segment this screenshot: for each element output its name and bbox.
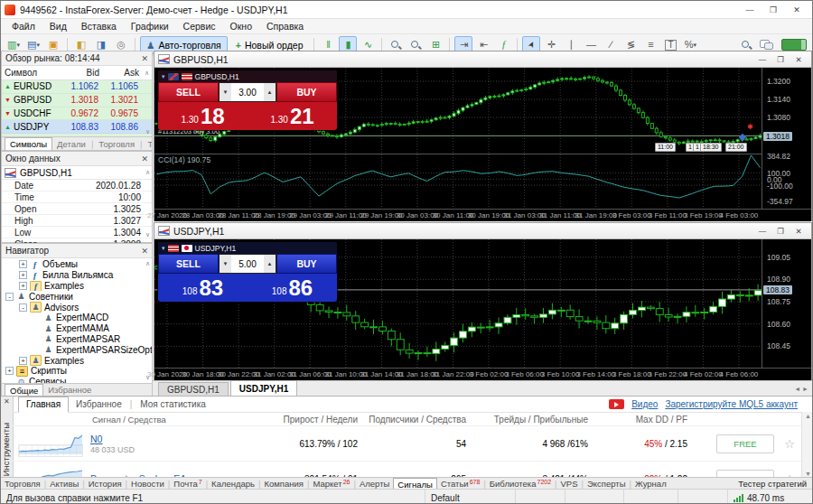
- gbpusd-chart-body[interactable]: #11312203 buy 3.0011:001118:3021:00✱ CCI…: [154, 68, 811, 221]
- buy-price[interactable]: 1.3021: [248, 102, 337, 130]
- tree-expander-icon[interactable]: -: [19, 303, 27, 312]
- chart-minimize-button[interactable]: —: [753, 53, 771, 65]
- tree-expander-icon[interactable]: +: [19, 271, 27, 279]
- signal-row-N0[interactable]: N048 033 USD613.79% / 102544 968 /61%45%…: [13, 425, 813, 461]
- scroll-up-icon[interactable]: ∧: [142, 70, 152, 77]
- volume-up-icon[interactable]: ▲: [264, 83, 276, 101]
- buy-button[interactable]: BUY: [276, 254, 337, 274]
- buy-price[interactable]: 10886: [248, 274, 337, 302]
- market-watch-close-icon[interactable]: ✕: [141, 54, 148, 63]
- menu-item-4[interactable]: Сервис: [176, 21, 223, 32]
- sell-button[interactable]: SELL: [158, 82, 219, 102]
- gbpusd-cci-pane[interactable]: CCI(14) 190.75: [154, 154, 762, 209]
- volume-spinner[interactable]: ▼ 5.00 ▲: [219, 254, 276, 274]
- navigator-item-ExpertMAPSAR[interactable]: ♟ExpertMAPSAR: [2, 334, 152, 345]
- market-watch-tab-Детали[interactable]: Детали: [52, 139, 90, 149]
- signal-price-button[interactable]: FREE: [716, 434, 774, 453]
- tabs-scroll-left-icon[interactable]: ◄: [794, 386, 800, 392]
- scroll-down-icon[interactable]: ▼: [802, 471, 813, 477]
- sell-price[interactable]: 1.3018: [158, 102, 248, 130]
- bottom-tab-Активы[interactable]: Активы: [46, 479, 82, 489]
- navigator-item-ExpertMAPSARSizeOptim[interactable]: ♟ExpertMAPSARSizeOptim: [2, 344, 152, 355]
- usdjpy-chart-body[interactable]: 109.05108.90108.75108.60108.45108.83 30 …: [154, 239, 811, 380]
- status-profile[interactable]: Default: [425, 490, 516, 504]
- bottom-tab-История[interactable]: История: [85, 479, 126, 489]
- volume-value[interactable]: 3.00: [231, 83, 264, 101]
- volume-up-icon[interactable]: ▲: [264, 255, 276, 273]
- gbpusd-price-scale[interactable]: 1.32001.31401.30801.3018384.82100.000.00…: [762, 68, 811, 209]
- one-click-header[interactable]: ▾ GBPUSD,H1: [158, 70, 337, 82]
- gbpusd-window-titlebar[interactable]: GBPUSD,H1 — ❐ ✕: [154, 51, 811, 68]
- usdjpy-time-axis[interactable]: 30 Jan 202030 Jan 18:0030 Jan 22:0031 Ja…: [154, 368, 811, 380]
- bottom-tab-Маркет[interactable]: Маркет26: [309, 479, 353, 489]
- scroll-up-icon[interactable]: ∧: [145, 169, 152, 176]
- maximize-button[interactable]: ❐: [762, 3, 785, 16]
- navigator-item-ExpertMACD[interactable]: ♟ExpertMACD: [2, 313, 152, 323]
- chart-maximize-button[interactable]: ❐: [771, 225, 790, 237]
- bottom-tab-Календарь[interactable]: Календарь: [208, 479, 258, 489]
- sell-button[interactable]: SELL: [158, 254, 219, 274]
- navigator-item-Advisors[interactable]: -♟Advisors: [2, 302, 152, 313]
- bottom-tab-Журнал[interactable]: Журнал: [631, 479, 670, 489]
- signals-scrollbar[interactable]: ▲ ▼: [801, 412, 813, 478]
- volume-down-icon[interactable]: ▼: [220, 255, 231, 273]
- menu-item-2[interactable]: Вставка: [74, 21, 124, 32]
- sell-price[interactable]: 10883: [158, 274, 248, 302]
- navigator-item-Советники[interactable]: -♟Советники: [2, 291, 152, 302]
- panel-toggle-icon[interactable]: ▾: [162, 245, 165, 252]
- one-click-header[interactable]: ▾ USDJPY,H1: [158, 242, 337, 254]
- usdjpy-window-titlebar[interactable]: USDJPY,H1 — ❐ ✕: [154, 223, 811, 239]
- menu-item-1[interactable]: Вид: [42, 21, 74, 32]
- navigator-item-Скрипты[interactable]: +≡Скрипты: [2, 366, 152, 377]
- video-link[interactable]: Видео: [631, 399, 658, 409]
- volume-down-icon[interactable]: ▼: [220, 83, 231, 101]
- market-watch-row-USDJPY[interactable]: ▲USDJPY108.83108.86: [2, 120, 152, 134]
- register-mql5-link[interactable]: Зарегистрируйте MQL5 аккаунт: [665, 399, 798, 409]
- bottom-tab-Библиотека[interactable]: Библиотека7202: [486, 479, 555, 489]
- navigator-tab-Избранное[interactable]: Избранное: [43, 385, 96, 395]
- tree-expander-icon[interactable]: +: [19, 282, 27, 290]
- scroll-down-icon[interactable]: ∨: [145, 128, 150, 135]
- bottom-tab-Статьи[interactable]: Статьи678: [437, 479, 483, 489]
- scroll-up-icon[interactable]: ▲: [802, 412, 813, 419]
- minimize-button[interactable]: —: [738, 3, 762, 16]
- menu-item-5[interactable]: Окно: [223, 21, 259, 32]
- menu-item-0[interactable]: Файл: [5, 21, 42, 32]
- tree-expander-icon[interactable]: -: [5, 293, 14, 301]
- close-button[interactable]: ✕: [785, 3, 808, 16]
- market-watch-row-USDCHF[interactable]: ▼USDCHF0.96720.9675: [2, 107, 152, 121]
- bottom-tab-Алерты[interactable]: Алерты: [356, 479, 393, 489]
- navigator-close-icon[interactable]: ✕: [141, 247, 148, 256]
- bottom-tab-Компания[interactable]: Компания: [261, 479, 307, 489]
- bottom-tab-VPS[interactable]: VPS: [557, 479, 582, 489]
- menu-item-3[interactable]: Графики: [124, 21, 176, 32]
- navigator-item-Объемы[interactable]: +fОбъемы: [2, 259, 152, 270]
- tree-expander-icon[interactable]: +: [5, 367, 14, 375]
- chart-close-button[interactable]: ✕: [790, 225, 808, 237]
- navigator-item-Examples[interactable]: +fExamples: [2, 281, 152, 292]
- scroll-up-icon[interactable]: ∧: [145, 260, 150, 267]
- volume-spinner[interactable]: ▼ 3.00 ▲: [219, 82, 276, 102]
- chart-maximize-button[interactable]: ❐: [771, 53, 790, 65]
- bottom-tab-Эксперты[interactable]: Эксперты: [584, 479, 630, 489]
- signals-tab-Главная[interactable]: Главная: [18, 397, 69, 413]
- data-window-close-icon[interactable]: ✕: [141, 154, 148, 163]
- gbpusd-time-axis[interactable]: 27 Jan 202028 Jan 03:0028 Jan 11:0028 Ja…: [154, 209, 811, 221]
- chart-close-button[interactable]: ✕: [790, 53, 808, 65]
- market-watch-row-GBPUSD[interactable]: ▼GBPUSD1.30181.3021: [2, 94, 152, 107]
- market-watch-tab-Тики[interactable]: Тики: [144, 139, 153, 149]
- navigator-item-Билла Вильямса[interactable]: +fБилла Вильямса: [2, 270, 152, 281]
- chart-tab-USDJPY,H1[interactable]: USDJPY,H1: [230, 380, 297, 396]
- chart-minimize-button[interactable]: —: [753, 225, 771, 237]
- strategy-tester-tab[interactable]: Тестер стратегий: [738, 479, 813, 489]
- panel-toggle-icon[interactable]: ▾: [162, 73, 165, 80]
- navigator-item-Examples[interactable]: +♟Examples: [2, 355, 152, 366]
- navigator-tab-Общие[interactable]: Общие: [5, 384, 43, 397]
- market-watch-tab-Символы[interactable]: Символы: [5, 137, 52, 150]
- signal-name-link[interactable]: N0: [90, 434, 102, 444]
- scroll-down-icon[interactable]: ∨: [145, 231, 150, 238]
- favorite-star-icon[interactable]: ☆: [778, 437, 801, 451]
- tabs-scroll-right-icon[interactable]: ►: [802, 386, 808, 392]
- tree-expander-icon[interactable]: +: [19, 357, 27, 365]
- toolbox-vertical-tab[interactable]: Инструменты: [1, 423, 13, 476]
